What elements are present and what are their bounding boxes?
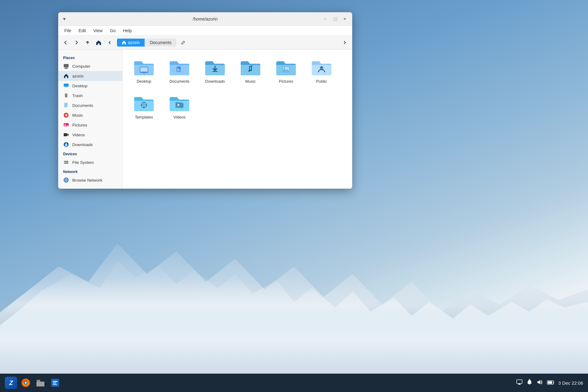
svg-rect-65 xyxy=(548,381,552,384)
svg-rect-57 xyxy=(53,384,57,385)
svg-rect-29 xyxy=(177,69,179,70)
forward-button[interactable] xyxy=(72,38,81,47)
notifications-icon[interactable] xyxy=(526,379,533,387)
svg-rect-32 xyxy=(213,71,217,72)
svg-point-37 xyxy=(284,68,285,69)
menu-view[interactable]: View xyxy=(90,27,106,34)
svg-rect-58 xyxy=(517,380,522,383)
sidebar-label-videos: Videos xyxy=(72,133,85,137)
file-label-downloads: Downloads xyxy=(205,79,225,84)
window-menu-arrow[interactable]: ▾ xyxy=(62,15,67,23)
sidebar-item-videos[interactable]: Videos xyxy=(58,130,122,140)
downloads-icon xyxy=(63,141,69,148)
sidebar-label-filesystem: File System xyxy=(72,160,94,165)
battery-icon[interactable] xyxy=(547,379,555,387)
folder-icon-downloads xyxy=(204,58,226,77)
back-button[interactable] xyxy=(61,38,70,47)
breadcrumb-home-label: azorin xyxy=(128,40,140,45)
svg-rect-2 xyxy=(64,68,68,69)
sidebar-label-documents: Documents xyxy=(72,103,93,108)
breadcrumb-edit-button[interactable] xyxy=(179,38,187,47)
file-item-public[interactable]: Public xyxy=(306,56,337,87)
sidebar-item-filesystem[interactable]: File System xyxy=(58,157,122,167)
folder-icon-templates xyxy=(133,94,155,112)
sidebar-label-pictures: Pictures xyxy=(72,123,87,127)
menu-file[interactable]: File xyxy=(61,27,75,34)
sidebar-item-azorin[interactable]: azorin xyxy=(58,71,122,81)
file-item-documents[interactable]: Documents xyxy=(164,56,195,87)
titlebar: ▾ /home/azorin − ⬜ ✕ xyxy=(58,12,352,26)
folder-icon-music xyxy=(239,58,262,77)
network-icon xyxy=(63,177,69,183)
menu-go[interactable]: Go xyxy=(106,27,119,34)
firefox-button[interactable] xyxy=(20,377,32,389)
sidebar-item-trash[interactable]: Trash xyxy=(58,91,122,100)
sidebar-item-desktop[interactable]: Desktop xyxy=(58,81,122,91)
breadcrumb-documents[interactable]: Documents xyxy=(145,39,176,47)
taskbar: Z xyxy=(0,374,588,392)
maximize-button[interactable]: ⬜ xyxy=(331,15,339,23)
file-item-downloads[interactable]: Downloads xyxy=(200,56,230,87)
svg-rect-27 xyxy=(143,73,145,74)
svg-rect-6 xyxy=(65,94,68,95)
folder-icon-desktop xyxy=(133,58,155,77)
close-button[interactable]: ✕ xyxy=(341,15,349,23)
svg-rect-7 xyxy=(65,93,67,94)
folder-icon-public xyxy=(311,58,333,77)
svg-point-39 xyxy=(321,66,322,68)
file-item-templates[interactable]: Templates xyxy=(129,92,159,123)
screen-icon[interactable] xyxy=(516,379,523,387)
svg-point-34 xyxy=(250,70,252,71)
toggle-sidebar-button[interactable] xyxy=(105,38,115,47)
menu-edit[interactable]: Edit xyxy=(75,27,90,34)
file-item-pictures[interactable]: Pictures xyxy=(271,56,301,87)
minimize-button[interactable]: − xyxy=(322,15,329,23)
sidebar-item-computer[interactable]: Computer xyxy=(58,61,122,71)
music-icon xyxy=(63,112,69,118)
file-item-desktop[interactable]: Desktop xyxy=(129,56,159,87)
places-section-title: Places xyxy=(58,53,122,61)
window-title: /home/azorin xyxy=(193,17,218,21)
computer-icon xyxy=(63,63,69,69)
file-item-videos[interactable]: Videos xyxy=(164,92,195,123)
breadcrumb-home[interactable]: azorin xyxy=(117,39,145,47)
trash-icon xyxy=(63,92,69,99)
file-label-videos: Videos xyxy=(173,115,186,120)
up-button[interactable] xyxy=(83,38,92,47)
toolbar: azorin Documents xyxy=(58,36,352,50)
volume-icon[interactable] xyxy=(536,379,543,387)
zorin-logo: Z xyxy=(9,379,13,386)
folder-icon-documents xyxy=(168,58,190,77)
sidebar-item-downloads[interactable]: Downloads xyxy=(58,140,122,149)
software-button[interactable] xyxy=(49,377,61,389)
file-label-templates: Templates xyxy=(135,115,153,120)
sidebar-item-music[interactable]: Music xyxy=(58,110,122,120)
svg-rect-26 xyxy=(140,67,148,72)
svg-rect-1 xyxy=(65,68,67,68)
file-label-desktop: Desktop xyxy=(137,79,151,84)
breadcrumb-next-button[interactable] xyxy=(340,38,350,47)
sidebar-item-pictures[interactable]: Pictures xyxy=(58,120,122,130)
sidebar-label-downloads: Downloads xyxy=(72,142,93,147)
svg-point-50 xyxy=(25,382,27,384)
file-item-music[interactable]: Music xyxy=(235,56,266,87)
sidebar-item-browse-network[interactable]: Browse Network xyxy=(58,175,122,185)
desktop-icon xyxy=(63,83,69,89)
files-button[interactable] xyxy=(34,377,47,389)
svg-rect-60 xyxy=(518,384,521,385)
svg-rect-31 xyxy=(177,71,179,71)
sidebar-label-music: Music xyxy=(72,113,83,118)
taskbar-left: Z xyxy=(5,377,61,389)
svg-rect-16 xyxy=(65,146,68,146)
zorin-button[interactable]: Z xyxy=(5,377,17,389)
sidebar-item-documents[interactable]: Documents xyxy=(58,100,122,110)
svg-point-33 xyxy=(248,70,250,72)
folder-icon-videos xyxy=(168,94,190,112)
svg-rect-5 xyxy=(65,94,67,97)
documents-icon xyxy=(63,102,69,108)
sidebar-label-azorin: azorin xyxy=(72,74,84,78)
menu-help[interactable]: Help xyxy=(119,27,135,34)
home-button[interactable] xyxy=(94,38,104,47)
videos-icon xyxy=(63,132,69,138)
sidebar-label-computer: Computer xyxy=(72,64,90,69)
